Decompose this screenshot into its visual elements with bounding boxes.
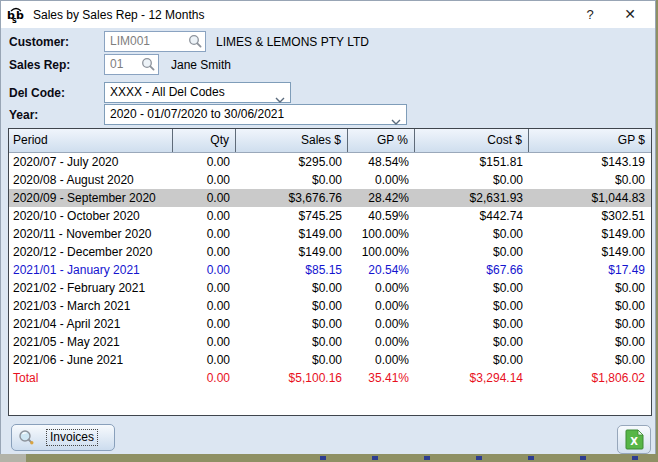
table-row[interactable]: 2021/01 - January 20210.00$85.1520.54%$6… <box>9 261 651 279</box>
app-logo-icon: b s b <box>7 6 27 24</box>
sales-cell: $0.00 <box>236 351 348 369</box>
gp-cell: $143.19 <box>529 153 651 171</box>
gp-cell: $0.00 <box>529 315 651 333</box>
help-button[interactable]: ? <box>573 1 607 28</box>
sales-cell: $0.00 <box>236 297 348 315</box>
close-button[interactable]: ✕ <box>613 1 647 28</box>
period-cell: 2020/07 - July 2020 <box>9 153 173 171</box>
gp-pct-cell: 40.59% <box>348 207 415 225</box>
sales-cell: $0.00 <box>236 279 348 297</box>
gp-pct-cell: 20.54% <box>348 261 415 279</box>
gp-pct-cell: 100.00% <box>348 225 415 243</box>
cost-cell: $0.00 <box>415 351 529 369</box>
cost-cell: $2,631.93 <box>415 189 529 207</box>
cost-cell: $3,294.14 <box>415 369 529 387</box>
gp-cell: $149.00 <box>529 225 651 243</box>
table-row[interactable]: 2020/07 - July 20200.00$295.0048.54%$151… <box>9 153 651 171</box>
cost-cell: $0.00 <box>415 225 529 243</box>
del-code-value: XXXX - All Del Codes <box>110 83 225 102</box>
gp-pct-cell: 35.41% <box>348 369 415 387</box>
sales-cell: $85.15 <box>236 261 348 279</box>
table-row[interactable]: 2021/04 - April 20210.00$0.000.00%$0.00$… <box>9 315 651 333</box>
gp-column-header[interactable]: GP $ <box>529 129 651 152</box>
qty-cell: 0.00 <box>173 279 236 297</box>
table-row[interactable]: 2020/08 - August 20200.00$0.000.00%$0.00… <box>9 171 651 189</box>
period-cell: 2021/02 - February 2021 <box>9 279 173 297</box>
invoices-button[interactable]: Invoices <box>11 424 115 451</box>
period-cell: 2020/09 - September 2020 <box>9 189 173 207</box>
cost-cell: $0.00 <box>415 243 529 261</box>
qty-column-header[interactable]: Qty <box>173 129 236 152</box>
qty-cell: 0.00 <box>173 351 236 369</box>
gp-cell: $1,044.83 <box>529 189 651 207</box>
sales-cell: $745.25 <box>236 207 348 225</box>
period-cell: 2020/10 - October 2020 <box>9 207 173 225</box>
gp-cell: $149.00 <box>529 243 651 261</box>
customer-label: Customer: <box>9 32 69 52</box>
gp-cell: $17.49 <box>529 261 651 279</box>
sales-rep-lookup-magnifier-icon[interactable] <box>141 57 156 76</box>
customer-code-field[interactable]: LIM001 <box>104 31 206 52</box>
table-row[interactable]: 2021/02 - February 20210.00$0.000.00%$0.… <box>9 279 651 297</box>
dialog-window: b s b Sales by Sales Rep - 12 Months ? ✕… <box>0 0 656 455</box>
gp-pct-column-header[interactable]: GP % <box>348 129 415 152</box>
qty-cell: 0.00 <box>173 243 236 261</box>
sales-rep-code-field[interactable]: 01 <box>104 54 159 75</box>
svg-text:X: X <box>630 436 638 447</box>
table-row[interactable]: 2021/05 - May 20210.00$0.000.00%$0.00$0.… <box>9 333 651 351</box>
period-cell: 2021/05 - May 2021 <box>9 333 173 351</box>
cost-cell: $0.00 <box>415 279 529 297</box>
table-row[interactable]: 2021/06 - June 20210.00$0.000.00%$0.00$0… <box>9 351 651 369</box>
qty-cell: 0.00 <box>173 261 236 279</box>
table-body: 2020/07 - July 20200.00$295.0048.54%$151… <box>9 153 651 387</box>
gp-cell: $0.00 <box>529 171 651 189</box>
period-cell: 2020/12 - December 2020 <box>9 243 173 261</box>
table-row[interactable]: 2020/11 - November 20200.00$149.00100.00… <box>9 225 651 243</box>
period-cell: 2021/06 - June 2021 <box>9 351 173 369</box>
year-label: Year: <box>9 105 38 125</box>
sales-rep-name: Jane Smith <box>171 55 231 75</box>
customer-lookup-magnifier-icon[interactable] <box>188 34 203 53</box>
table-row[interactable]: 2021/03 - March 20210.00$0.000.00%$0.00$… <box>9 297 651 315</box>
gp-cell: $1,806.02 <box>529 369 651 387</box>
gp-pct-cell: 0.00% <box>348 351 415 369</box>
cost-cell: $0.00 <box>415 333 529 351</box>
gp-cell: $0.00 <box>529 297 651 315</box>
period-column-header[interactable]: Period <box>9 129 173 152</box>
cost-cell: $0.00 <box>415 315 529 333</box>
export-excel-button[interactable]: X <box>617 425 651 454</box>
gp-cell: $302.51 <box>529 207 651 225</box>
gp-pct-cell: 0.00% <box>348 171 415 189</box>
table-row[interactable]: 2020/10 - October 20200.00$745.2540.59%$… <box>9 207 651 225</box>
table-row[interactable]: Total0.00$5,100.1635.41%$3,294.14$1,806.… <box>9 369 651 387</box>
svg-text:b: b <box>16 9 24 22</box>
qty-cell: 0.00 <box>173 369 236 387</box>
gp-pct-cell: 0.00% <box>348 279 415 297</box>
period-cell: 2021/03 - March 2021 <box>9 297 173 315</box>
year-select[interactable]: 2020 - 01/07/2020 to 30/06/2021 <box>104 104 407 125</box>
period-cell: 2021/01 - January 2021 <box>9 261 173 279</box>
table-row[interactable]: 2020/09 - September 20200.00$3,676.7628.… <box>9 189 651 207</box>
qty-cell: 0.00 <box>173 333 236 351</box>
title-bar: b s b Sales by Sales Rep - 12 Months ? ✕ <box>1 1 655 28</box>
sales-cell: $0.00 <box>236 171 348 189</box>
gp-cell: $0.00 <box>529 333 651 351</box>
customer-code-value: LIM001 <box>110 32 150 51</box>
del-code-select[interactable]: XXXX - All Del Codes <box>104 82 291 103</box>
qty-cell: 0.00 <box>173 189 236 207</box>
period-cell: 2021/04 - April 2021 <box>9 315 173 333</box>
sales-column-header[interactable]: Sales $ <box>236 129 348 152</box>
sales-rep-label: Sales Rep: <box>9 55 70 75</box>
cost-cell: $67.66 <box>415 261 529 279</box>
sales-cell: $295.00 <box>236 153 348 171</box>
table-row[interactable]: 2020/12 - December 20200.00$149.00100.00… <box>9 243 651 261</box>
cost-column-header[interactable]: Cost $ <box>415 129 529 152</box>
invoices-button-label: Invoices <box>46 429 98 446</box>
gp-pct-cell: 0.00% <box>348 297 415 315</box>
customer-name: LIMES & LEMONS PTY LTD <box>216 32 369 52</box>
year-value: 2020 - 01/07/2020 to 30/06/2021 <box>110 105 284 124</box>
magnifier-icon <box>18 429 36 447</box>
gp-cell: $0.00 <box>529 279 651 297</box>
qty-cell: 0.00 <box>173 297 236 315</box>
gp-pct-cell: 48.54% <box>348 153 415 171</box>
